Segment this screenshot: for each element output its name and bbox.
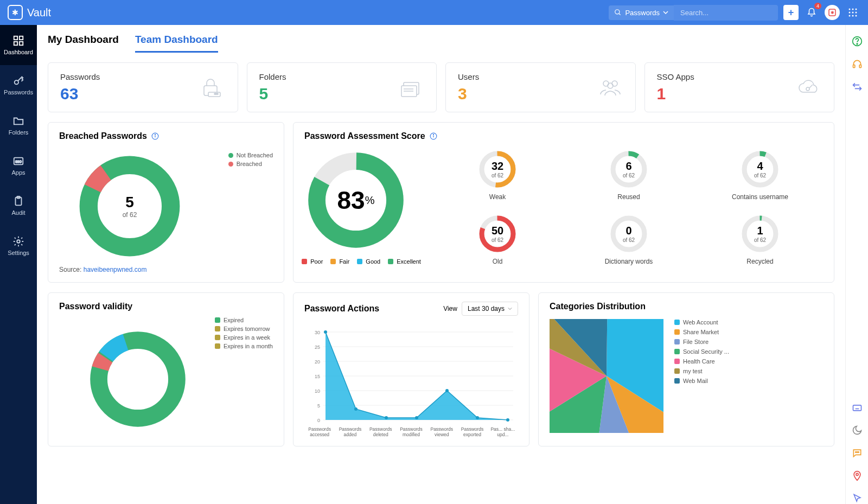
assessment-panel: Password Assessment Score 83% [293,122,834,283]
stat-passwords[interactable]: Passwords63 *** [48,62,238,112]
svg-point-6 [856,9,857,10]
svg-rect-13 [14,36,17,40]
svg-point-75 [385,416,388,419]
svg-point-76 [415,416,418,419]
moon-icon[interactable] [852,425,863,436]
mini-metric[interactable]: 6of 62 Reused [566,149,692,202]
tab-my-dashboard[interactable]: My Dashboard [48,34,119,53]
notifications-button[interactable]: 4 [804,5,819,20]
svg-point-4 [849,9,851,10]
mini-metric[interactable]: 0of 62 Dictionary words [566,213,692,267]
svg-text:20: 20 [315,359,320,365]
score-pct: % [365,194,375,207]
sidebar-item-label: Settings [8,250,29,256]
sidebar-item-label: Apps [11,169,25,176]
breached-legend: Not Breached Breached [228,152,273,169]
svg-rect-89 [853,65,854,68]
right-rail [845,25,868,504]
svg-point-0 [615,10,620,14]
panel-title: Password Actions [304,304,379,314]
bell-icon [807,8,816,17]
svg-point-32 [608,83,613,88]
svg-text:25: 25 [315,344,320,350]
chevron-down-icon [508,307,512,311]
swap-icon[interactable] [852,81,863,92]
sidebar-item-label: Dashboard [4,49,33,55]
svg-point-22 [17,240,20,243]
stat-label: SSO Apps [657,72,694,81]
svg-point-10 [849,15,851,17]
sidebar-item-apps[interactable]: SSO Apps [0,145,37,186]
sidebar-item-settings[interactable]: Settings [0,226,37,266]
svg-text:✱: ✱ [831,10,834,15]
sidebar-item-label: Audit [11,209,25,216]
svg-point-9 [856,12,857,14]
svg-point-33 [806,87,809,91]
sidebar-item-dashboard[interactable]: Dashboard [0,25,37,65]
svg-text:15: 15 [315,374,320,379]
mini-metric[interactable]: 50of 62 Old [435,213,560,267]
assessment-mini-grid: 32of 62 Weak 6of 62 Reused 4of 62 Contai… [435,149,823,267]
sidebar-item-audit[interactable]: Audit [0,186,37,226]
actions-chart: 302520151050 Passwords accessedPasswords… [304,327,518,437]
clipboard-icon [12,195,24,207]
svg-point-17 [15,80,18,84]
panel-title: Password validity [59,302,273,311]
svg-point-7 [849,12,851,14]
svg-point-79 [506,418,509,422]
search-category-select[interactable]: Passwords [609,5,674,20]
source-link[interactable]: haveibeenpwned.com [84,266,147,273]
breached-source: Source: haveibeenpwned.com [59,266,273,273]
svg-point-97 [857,452,858,453]
dashboard-icon [12,35,24,47]
mini-metric[interactable]: 1of 62 Recycled [697,213,823,267]
stat-value: 1 [657,85,694,103]
tab-team-dashboard[interactable]: Team Dashboard [135,34,218,53]
search-group: Passwords [609,5,778,21]
sidebar-item-folders[interactable]: Folders [0,105,37,145]
score-donut: 83% [304,149,407,252]
panel-title: Password Assessment Score [304,131,425,141]
svg-point-99 [856,473,858,475]
folder-icon [12,115,24,127]
stat-label: Folders [259,72,286,81]
avatar[interactable]: ✱ [825,5,840,20]
validity-legend: ExpiredExpires tomorrowExpires in a week… [215,317,273,352]
legend-label: Not Breached [237,152,273,158]
stat-value: 5 [259,85,286,103]
svg-point-12 [856,15,857,17]
folder-stack-icon [398,76,424,99]
view-range-select[interactable]: Last 30 days [462,302,518,316]
add-button[interactable]: + [783,5,799,20]
key-icon [12,75,24,87]
keyboard-icon[interactable] [852,402,863,413]
sidebar-item-passwords[interactable]: Passwords [0,65,37,105]
panel-title: Breached Passwords [59,131,147,141]
headphones-icon[interactable] [852,59,863,69]
info-icon[interactable] [430,132,437,140]
cloud-key-icon [796,76,822,99]
svg-point-11 [852,15,854,17]
mini-metric[interactable]: 4of 62 Contains username [697,149,823,202]
svg-point-96 [855,452,856,453]
help-icon[interactable] [852,36,863,47]
svg-point-5 [852,9,854,10]
sso-icon: SSO [12,155,24,167]
svg-point-88 [857,43,858,44]
search-input[interactable] [674,5,778,21]
svg-point-36 [155,135,155,135]
location-icon[interactable] [852,470,863,481]
stat-folders[interactable]: Folders5 [247,62,437,112]
categories-legend: Web AccountShare MarketFile StoreSocial … [674,319,729,387]
cursor-icon[interactable] [852,493,863,504]
info-icon[interactable] [151,132,159,140]
svg-rect-14 [20,36,23,40]
stat-users[interactable]: Users3 [445,62,636,112]
actions-x-labels: Passwords accessedPasswords addedPasswor… [304,426,518,437]
mini-metric[interactable]: 32of 62 Weak [435,149,560,202]
notification-badge: 4 [814,3,821,9]
chat-icon[interactable] [852,448,863,458]
svg-text:0: 0 [317,418,320,423]
stat-sso[interactable]: SSO Apps1 [644,62,835,112]
apps-grid-button[interactable] [845,5,860,20]
